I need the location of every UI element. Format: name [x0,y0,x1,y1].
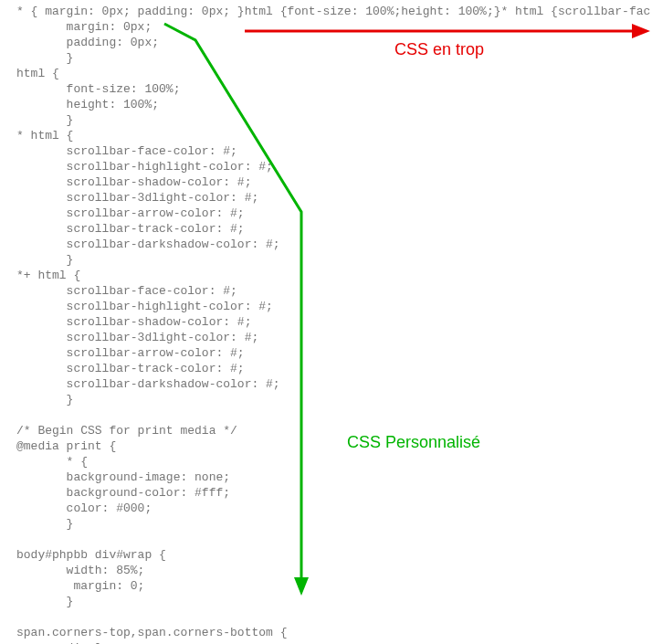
css-code-block: * { margin: 0px; padding: 0px; }html {fo… [0,0,652,644]
css-body: margin: 0px; padding: 0px; } html { font… [16,20,287,644]
label-css-excess: CSS en trop [394,42,484,58]
css-line1: * { margin: 0px; padding: 0px; }html {fo… [16,5,650,18]
label-css-custom: CSS Personnalisé [347,435,480,450]
